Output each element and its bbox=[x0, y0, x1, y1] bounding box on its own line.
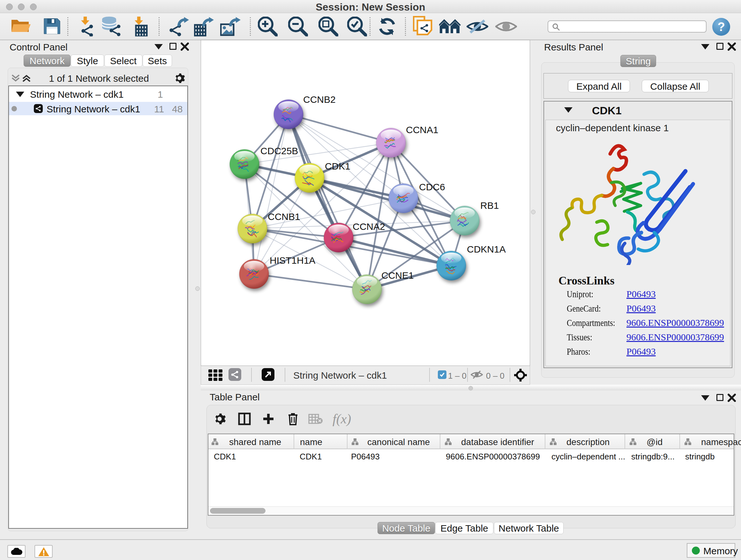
svg-text:CCNA2: CCNA2 bbox=[353, 221, 385, 232]
svg-text:CCNA1: CCNA1 bbox=[406, 125, 439, 135]
svg-text:CDK1: CDK1 bbox=[325, 161, 350, 172]
svg-text:CCNE1: CCNE1 bbox=[381, 270, 414, 281]
svg-text:RB1: RB1 bbox=[480, 200, 499, 211]
svg-text:CCNB1: CCNB1 bbox=[268, 211, 300, 222]
svg-text:CCNB2: CCNB2 bbox=[303, 94, 336, 105]
svg-text:HIST1H1A: HIST1H1A bbox=[270, 255, 315, 266]
svg-text:CDKN1A: CDKN1A bbox=[467, 244, 506, 254]
svg-text:CDC25B: CDC25B bbox=[260, 145, 298, 156]
svg-text:CDC6: CDC6 bbox=[419, 182, 445, 192]
